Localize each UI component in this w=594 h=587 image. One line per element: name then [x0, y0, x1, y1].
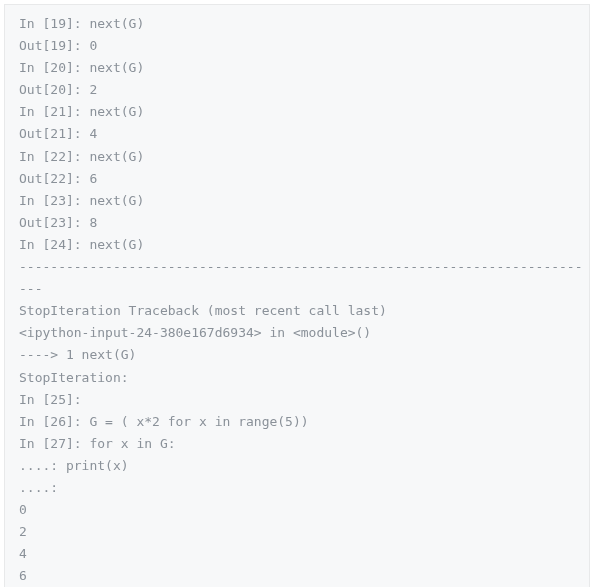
code-line: 0 [19, 499, 575, 521]
code-line: 6 [19, 565, 575, 587]
code-line: In [23]: next(G) [19, 190, 575, 212]
ipython-session-output: In [19]: next(G)Out[19]: 0In [20]: next(… [4, 4, 590, 587]
code-line: In [24]: next(G) [19, 234, 575, 256]
code-line: Out[19]: 0 [19, 35, 575, 57]
code-line: In [25]: [19, 389, 575, 411]
code-line: Out[22]: 6 [19, 168, 575, 190]
code-line: StopIteration Traceback (most recent cal… [19, 300, 575, 322]
code-line: In [21]: next(G) [19, 101, 575, 123]
code-line: StopIteration: [19, 367, 575, 389]
code-line: ----------------------------------------… [19, 256, 575, 278]
code-line: In [20]: next(G) [19, 57, 575, 79]
code-line: In [27]: for x in G: [19, 433, 575, 455]
code-line: Out[20]: 2 [19, 79, 575, 101]
code-line: In [26]: G = ( x*2 for x in range(5)) [19, 411, 575, 433]
code-line: ....: [19, 477, 575, 499]
code-line: 2 [19, 521, 575, 543]
code-line: ....: print(x) [19, 455, 575, 477]
code-line: ----> 1 next(G) [19, 344, 575, 366]
code-line: 4 [19, 543, 575, 565]
code-line: <ipython-input-24-380e167d6934> in <modu… [19, 322, 575, 344]
code-line: Out[23]: 8 [19, 212, 575, 234]
code-line: Out[21]: 4 [19, 123, 575, 145]
code-line: --- [19, 278, 575, 300]
code-line: In [22]: next(G) [19, 146, 575, 168]
code-line: In [19]: next(G) [19, 13, 575, 35]
